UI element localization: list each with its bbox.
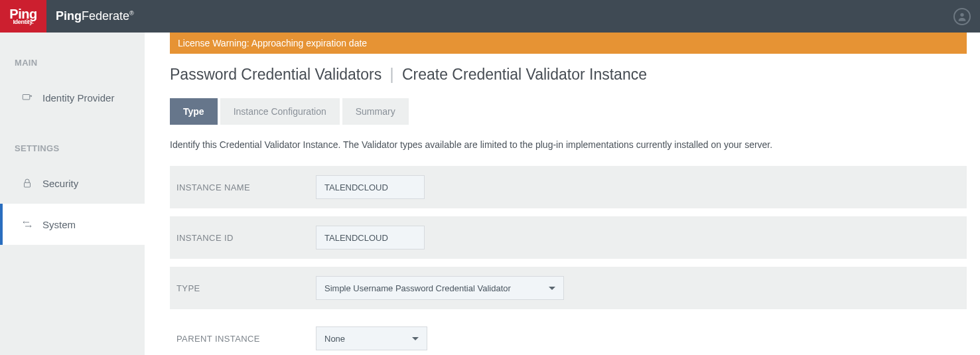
sidebar-item-system[interactable]: System [0, 204, 145, 245]
type-select-value: Simple Username Password Credential Vali… [324, 283, 511, 293]
tab-summary[interactable]: Summary [342, 98, 409, 125]
product-name: PingFederate® [56, 9, 134, 23]
identity-provider-icon [21, 92, 33, 104]
chevron-down-icon [549, 287, 555, 290]
instance-id-label: INSTANCE ID [176, 233, 316, 243]
sidebar-item-label: Identity Provider [42, 92, 114, 104]
ping-logo[interactable]: Ping Identity. [0, 0, 46, 33]
sidebar-item-label: Security [42, 178, 78, 189]
breadcrumb-separator: | [390, 66, 394, 83]
type-select[interactable]: Simple Username Password Credential Vali… [316, 276, 564, 300]
license-warning-bar: License Warning: Approaching expiration … [170, 33, 967, 54]
svg-rect-2 [25, 182, 31, 187]
user-avatar-icon[interactable] [953, 8, 971, 25]
tabs: Type Instance Configuration Summary [170, 98, 967, 125]
row-instance-name: INSTANCE NAME [170, 166, 967, 208]
breadcrumb-part-1[interactable]: Password Credential Validators [170, 66, 382, 83]
system-icon [21, 218, 33, 230]
logo-sub-text: Identity. [13, 19, 33, 25]
lock-icon [21, 177, 33, 189]
svg-point-0 [960, 13, 963, 16]
sidebar: MAIN Identity Provider SETTINGS Security… [0, 33, 145, 355]
tab-type[interactable]: Type [170, 98, 218, 125]
row-instance-id: INSTANCE ID [170, 216, 967, 259]
section-main-label: MAIN [0, 50, 145, 77]
sidebar-item-identity-provider[interactable]: Identity Provider [0, 77, 145, 118]
parent-instance-value: None [324, 334, 345, 344]
instance-name-input[interactable] [316, 175, 425, 199]
top-bar: Ping Identity. PingFederate® [0, 0, 980, 33]
tab-description: Identify this Credential Validator Insta… [170, 139, 967, 150]
main-content: License Warning: Approaching expiration … [145, 33, 980, 355]
parent-instance-label: PARENT INSTANCE [176, 334, 316, 344]
row-type: TYPE Simple Username Password Credential… [170, 267, 967, 309]
sidebar-item-security[interactable]: Security [0, 163, 145, 204]
svg-rect-1 [23, 95, 30, 100]
section-settings-label: SETTINGS [0, 135, 145, 163]
breadcrumb-part-2: Create Credential Validator Instance [402, 66, 647, 83]
type-label: TYPE [176, 283, 316, 293]
parent-instance-select[interactable]: None [316, 326, 427, 350]
row-parent-instance: PARENT INSTANCE None [170, 317, 967, 355]
tab-instance-configuration[interactable]: Instance Configuration [220, 98, 340, 125]
instance-name-label: INSTANCE NAME [176, 182, 316, 192]
sidebar-item-label: System [42, 219, 76, 230]
breadcrumb: Password Credential Validators | Create … [170, 66, 967, 84]
instance-id-input[interactable] [316, 226, 425, 249]
chevron-down-icon [412, 337, 419, 340]
